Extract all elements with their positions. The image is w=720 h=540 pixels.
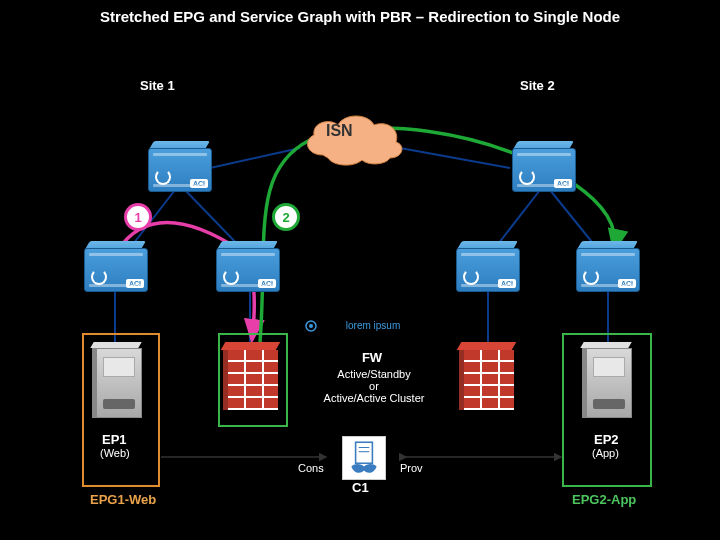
firewall-site2 bbox=[464, 350, 514, 410]
svg-rect-14 bbox=[356, 442, 373, 463]
link-icon bbox=[304, 319, 318, 333]
site-2-label: Site 2 bbox=[520, 78, 555, 93]
contract-prov: Prov bbox=[400, 462, 423, 474]
server-ep1 bbox=[96, 348, 140, 416]
firewall-site1 bbox=[228, 350, 278, 410]
spine-switch-site1: ACI bbox=[148, 148, 210, 190]
spine-switch-site2: ACI bbox=[512, 148, 574, 190]
fw-note: Active/Standby or Active/Active Cluster bbox=[304, 368, 444, 404]
server-ep2 bbox=[586, 348, 630, 416]
stretched-link[interactable]: lorem ipsum bbox=[318, 320, 428, 331]
fw-label: FW bbox=[322, 350, 422, 365]
svg-line-3 bbox=[400, 148, 510, 168]
ep1-title: EP1 bbox=[102, 432, 127, 447]
epg-web-label: EPG1-Web bbox=[90, 492, 156, 507]
isn-label: ISN bbox=[326, 122, 353, 140]
ep2-title: EP2 bbox=[594, 432, 619, 447]
site-1-label: Site 1 bbox=[140, 78, 175, 93]
contract-cons: Cons bbox=[298, 462, 324, 474]
contract-icon bbox=[342, 436, 386, 480]
contract-label: C1 bbox=[352, 480, 369, 495]
isn-cloud bbox=[298, 110, 408, 170]
svg-line-2 bbox=[210, 148, 300, 168]
ep2-sub: (App) bbox=[592, 447, 619, 459]
svg-point-13 bbox=[309, 324, 313, 328]
leaf-switch-site1-b: ACI bbox=[216, 248, 278, 290]
step-2-badge: 2 bbox=[272, 203, 300, 231]
leaf-switch-site2-a: ACI bbox=[456, 248, 518, 290]
step-1-badge: 1 bbox=[124, 203, 152, 231]
ep1-sub: (Web) bbox=[100, 447, 130, 459]
epg-app-label: EPG2-App bbox=[572, 492, 636, 507]
diagram-title: Stretched EPG and Service Graph with PBR… bbox=[60, 8, 660, 25]
leaf-switch-site1-a: ACI bbox=[84, 248, 146, 290]
svg-line-4 bbox=[495, 190, 540, 248]
leaf-switch-site2-b: ACI bbox=[576, 248, 638, 290]
